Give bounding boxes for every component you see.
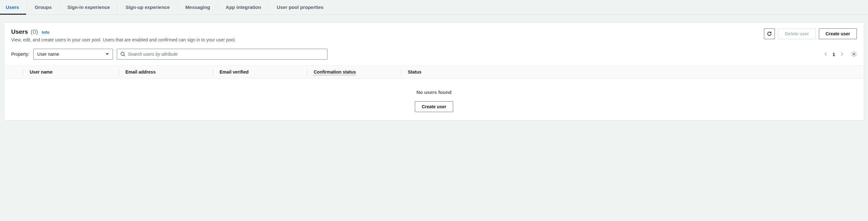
empty-message: No users found [4, 89, 864, 95]
search-input[interactable] [128, 51, 324, 57]
property-select-value: User name [37, 51, 59, 57]
user-count: (0) [31, 28, 38, 35]
tab-divider [269, 4, 269, 11]
search-wrapper [117, 49, 328, 60]
pagination: 1 [824, 51, 857, 57]
tab-divider [59, 4, 60, 11]
svg-point-0 [121, 52, 124, 56]
refresh-icon [767, 31, 772, 36]
tab-signin-experience[interactable]: Sign-in experience [67, 0, 110, 14]
column-username[interactable]: User name [23, 69, 119, 75]
page-number: 1 [833, 51, 835, 57]
header-actions: Delete user Create user [764, 28, 857, 39]
column-confirmation-status[interactable]: Confirmation status [307, 69, 401, 75]
chevron-right-icon [840, 52, 843, 57]
next-page-button [840, 52, 843, 57]
tab-bar: Users Groups Sign-in experience Sign-up … [0, 0, 868, 15]
users-panel: Users (0) Info View, edit, and create us… [4, 22, 864, 121]
page-subtitle: View, edit, and create users in your use… [11, 37, 764, 42]
chevron-down-icon [105, 53, 109, 55]
tab-divider [178, 4, 178, 11]
column-status[interactable]: Status [401, 69, 864, 75]
empty-state: No users found Create user [4, 79, 864, 120]
page-title: Users [11, 28, 28, 35]
property-label: Property: [11, 51, 29, 57]
info-link[interactable]: Info [42, 30, 50, 35]
chevron-left-icon [824, 52, 828, 57]
create-user-button[interactable]: Create user [819, 28, 857, 39]
table-header: User name Email address Email verified C… [4, 65, 864, 79]
tab-app-integration[interactable]: App integration [226, 0, 261, 14]
column-email[interactable]: Email address [119, 69, 213, 75]
column-email-verified[interactable]: Email verified [213, 69, 307, 75]
tab-signup-experience[interactable]: Sign-up experience [125, 0, 169, 14]
header-left: Users (0) Info View, edit, and create us… [11, 28, 764, 42]
empty-create-user-button[interactable]: Create user [415, 101, 453, 112]
confirmation-status-help[interactable]: Confirmation status [314, 69, 356, 75]
title-row: Users (0) Info [11, 28, 764, 35]
svg-point-2 [853, 53, 855, 55]
tab-user-pool-properties[interactable]: User pool properties [277, 0, 323, 14]
gear-icon [851, 51, 857, 57]
filter-row: Property: User name 1 [4, 49, 864, 65]
svg-line-1 [124, 55, 125, 57]
delete-user-button: Delete user [778, 28, 815, 39]
tab-users[interactable]: Users [6, 0, 19, 14]
settings-button[interactable] [851, 51, 857, 57]
prev-page-button [824, 52, 828, 57]
search-icon [120, 51, 125, 57]
tab-messaging[interactable]: Messaging [185, 0, 210, 14]
refresh-button[interactable] [764, 28, 775, 39]
property-select[interactable]: User name [33, 49, 113, 60]
tab-groups[interactable]: Groups [35, 0, 52, 14]
tab-divider [218, 4, 218, 11]
panel-header: Users (0) Info View, edit, and create us… [4, 23, 864, 49]
